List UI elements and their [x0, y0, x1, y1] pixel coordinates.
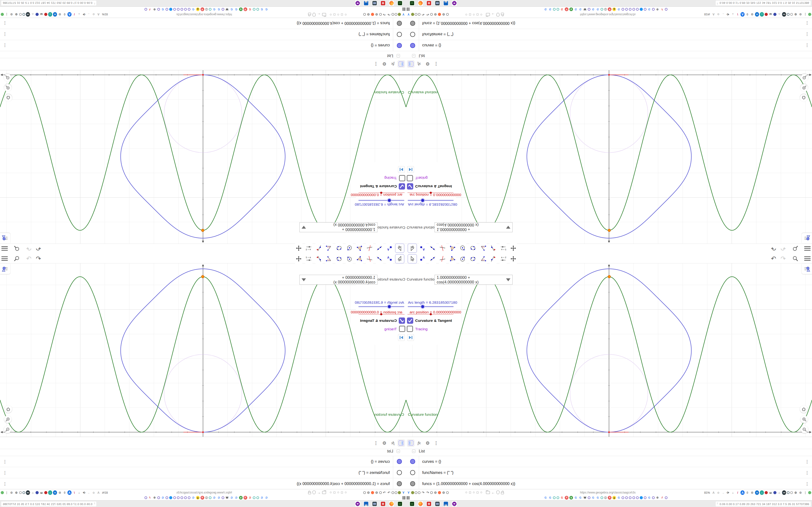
home-view-button[interactable]: [800, 405, 807, 413]
row-kebab-menu-icon[interactable]: ⋮: [805, 32, 809, 37]
tracing-checkbox[interactable]: [407, 326, 413, 332]
mini-toggle-icons[interactable]: [330, 492, 347, 494]
tool-move-graphics-button[interactable]: [294, 254, 303, 264]
folder-icon[interactable]: [486, 491, 490, 494]
tool-ellipse-button[interactable]: [335, 254, 344, 264]
tracing-checkbox[interactable]: [407, 175, 413, 181]
tool-ellipse-button[interactable]: [335, 243, 344, 253]
bookmark-favicons[interactable]: GGGЯ∨GGWGGiЯ▲GG⚙f: [544, 496, 667, 500]
arc-position-slider-handle[interactable]: [380, 192, 382, 194]
arc-position-slider-handle[interactable]: [430, 313, 432, 315]
algebra-more-button[interactable]: ⋮: [433, 61, 440, 67]
algebra-row-curves[interactable]: curves = {} ⋮: [0, 456, 406, 467]
zoom-in-button[interactable]: [4, 415, 12, 423]
tool-ellipse-button[interactable]: [468, 254, 477, 264]
tool-circle-button[interactable]: [458, 243, 467, 253]
tracing-checkbox[interactable]: [399, 175, 405, 181]
arc-length-slider-handle[interactable]: [420, 198, 425, 203]
expander-chevrons-icon[interactable]: ⌃⌃: [717, 2, 718, 4]
home-view-button[interactable]: [800, 94, 807, 102]
tool-perpendicular-line-button[interactable]: [365, 254, 374, 264]
algebra-tree-view-button[interactable]: [407, 440, 414, 446]
taskbar-mask-icon[interactable]: [451, 0, 457, 6]
nav-icons[interactable]: ←: [308, 490, 326, 495]
object-visibility-dot[interactable]: [410, 21, 415, 26]
algebra-row-funcs[interactable]: funcs = {1.000000000000 + cos(4.00000000…: [0, 18, 406, 29]
zoom-out-button[interactable]: [801, 74, 808, 81]
tracing-checkbox-label[interactable]: Tracing: [385, 327, 397, 331]
graph-canvas[interactable]: [0, 70, 406, 243]
search-button[interactable]: [792, 245, 799, 251]
nav-icons[interactable]: ←: [308, 12, 326, 17]
algebra-tree-view-button[interactable]: [398, 440, 405, 446]
tracing-checkbox-label[interactable]: Tracing: [385, 176, 397, 180]
algebra-row-curves[interactable]: curves = {} ⋮: [406, 40, 812, 51]
nav-icons[interactable]: ←: [486, 12, 504, 17]
redo-button[interactable]: ↷: [780, 256, 786, 262]
play-pause-button[interactable]: [407, 334, 414, 341]
tool-line-button[interactable]: [428, 243, 437, 253]
tool-polygon-button[interactable]: [355, 254, 364, 264]
tool-polygon-button[interactable]: [448, 243, 457, 253]
graphics-stylebar-toggle[interactable]: [0, 264, 10, 274]
tool-circle-button[interactable]: [458, 254, 467, 264]
bookmark-favicons[interactable]: GGGЯ∨GGWGGiЯ▲GG⚙f: [544, 7, 667, 11]
curvature-tangent-checkbox-label[interactable]: Curvature & Tangent: [415, 319, 452, 323]
algebra-row-funcnames[interactable]: funcNames = {" "} ⋮: [0, 467, 406, 478]
taskbar-floppy-icon[interactable]: 64: [363, 501, 369, 507]
tool-angle-button[interactable]: α: [324, 254, 334, 264]
taskbar-settings-icon[interactable]: ⚙: [380, 0, 386, 6]
shield-icon[interactable]: [496, 491, 500, 494]
tool-reflect-button[interactable]: [489, 243, 498, 253]
menu-button[interactable]: [804, 246, 811, 250]
redo-button[interactable]: ↷: [780, 245, 786, 251]
url-text[interactable]: https://www.geogebra.org/classic/aagcxh3…: [183, 13, 232, 16]
chevron-down-icon[interactable]: [506, 226, 510, 229]
collapse-list-button[interactable]: –: [397, 450, 400, 453]
algebra-more-button[interactable]: ⋮: [433, 440, 440, 446]
menu-button[interactable]: [804, 257, 811, 261]
collapse-list-button[interactable]: –: [412, 450, 415, 453]
arc-length-slider-handle[interactable]: [387, 198, 392, 203]
shield-icon[interactable]: [496, 13, 500, 16]
collapse-list-button[interactable]: –: [397, 54, 400, 57]
undo-button[interactable]: ↶: [36, 245, 41, 251]
row-kebab-menu-icon[interactable]: ⋮: [3, 20, 7, 25]
extension-icons-left[interactable]: Y↷↷⚙⚙: [363, 490, 406, 495]
taskbar-mask-icon[interactable]: [355, 501, 361, 507]
curvature-tangent-checkbox[interactable]: [407, 183, 413, 189]
object-visibility-dot[interactable]: [397, 32, 402, 37]
row-kebab-menu-icon[interactable]: ⋮: [3, 482, 7, 487]
object-visibility-dot[interactable]: [410, 481, 415, 486]
curvature-tangent-checkbox[interactable]: [407, 318, 413, 324]
tool-angle-button[interactable]: α: [324, 243, 334, 253]
extension-icons-left[interactable]: Y↷↷⚙⚙: [406, 490, 449, 495]
taskbar-firefox-icon[interactable]: [389, 501, 394, 507]
extension-icons-right[interactable]: 81%A☆→⟳↓/A0⚙+↕ш⌂UD⚙⚙⋮: [1, 12, 108, 17]
tool-circle-button[interactable]: [345, 243, 354, 253]
row-kebab-menu-icon[interactable]: ⋮: [805, 482, 809, 487]
arc-length-slider[interactable]: [408, 200, 454, 201]
zoom-out-button[interactable]: [801, 426, 808, 433]
arc-length-slider-handle[interactable]: [387, 304, 392, 309]
graph-canvas[interactable]: [406, 264, 812, 437]
algebra-settings-button[interactable]: ⚙: [424, 440, 431, 446]
taskbar-settings-icon[interactable]: ⚙: [426, 501, 432, 507]
taskbar-floppy-icon[interactable]: 64: [363, 0, 369, 6]
extension-icons-right[interactable]: 81%A☆→⟳↓/A0⚙+↕ш⌂UD⚙⚙⋮: [1, 490, 108, 495]
chevron-down-icon[interactable]: [302, 226, 306, 229]
redo-button[interactable]: ↷: [26, 245, 32, 251]
play-pause-button[interactable]: [398, 334, 405, 341]
zoom-out-button[interactable]: [4, 74, 11, 81]
expander-chevrons-icon[interactable]: ⌃⌃: [94, 2, 95, 4]
graphics-view[interactable]: -2.4-2.2-2-1.8-1.6-1.4-1.2-1-0.8-0.6-0.4…: [406, 70, 812, 243]
tracing-checkbox-label[interactable]: Tracing: [415, 176, 427, 180]
home-view-button[interactable]: [5, 94, 12, 102]
back-arrow-icon[interactable]: ←: [491, 490, 495, 495]
show-input-help-button[interactable]: fx: [389, 440, 396, 446]
taskbar-settings-icon[interactable]: ⚙: [426, 0, 432, 6]
tool-slider-button[interactable]: a = 2: [304, 254, 313, 264]
arc-length-slider[interactable]: [358, 200, 404, 201]
algebra-tree-view-button[interactable]: [407, 61, 414, 67]
graphics-view[interactable]: -2.4-2.2-2-1.8-1.6-1.4-1.2-1-0.8-0.6-0.4…: [406, 264, 812, 437]
